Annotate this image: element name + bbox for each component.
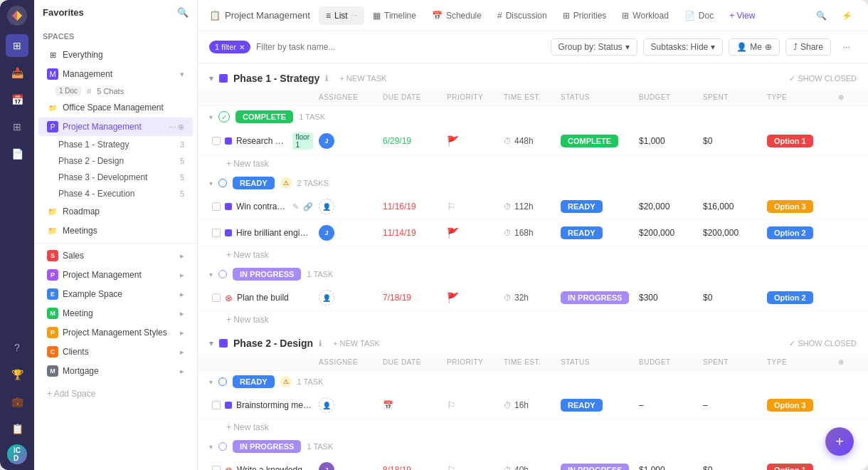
sidebar-phase1[interactable]: Phase 1 - Strategy 3: [38, 137, 193, 152]
sidebar-item-project-management[interactable]: P Project Management ··· ⊕: [38, 118, 193, 136]
row-status-badge[interactable]: IN PROGRESS: [561, 464, 629, 470]
add-task-ready-phase2[interactable]: + New task: [198, 419, 868, 436]
assignee-avatar[interactable]: J: [319, 462, 334, 470]
group-complete-toggle[interactable]: ▾: [209, 113, 213, 121]
sidebar-phase4[interactable]: Phase 4 - Execution 5: [38, 186, 193, 202]
group-ready-phase2-header[interactable]: ▾ READY ⚠ 1 TASK: [198, 371, 868, 392]
task-checkbox[interactable]: [212, 401, 221, 409]
priority-flag-icon[interactable]: 🚩: [447, 135, 459, 147]
edit-icon[interactable]: ✎: [292, 202, 299, 212]
sidebar-phase3[interactable]: Phase 3 - Development 5: [38, 169, 193, 185]
priority-flag-icon[interactable]: ⚐: [447, 464, 456, 470]
assignee-avatar[interactable]: J: [319, 133, 334, 149]
phase2-info-icon[interactable]: ℹ: [319, 339, 322, 348]
phase2-new-task-btn[interactable]: + NEW TASK: [327, 337, 386, 350]
priority-flag-icon[interactable]: 🚩: [447, 292, 459, 303]
phase1-new-task-btn[interactable]: + NEW TASK: [334, 72, 392, 85]
nav-icon-grid[interactable]: ⊞: [6, 115, 28, 138]
priority-flag-icon[interactable]: 🚩: [447, 227, 459, 239]
sidebar-item-example[interactable]: E Example Space ▸: [38, 285, 193, 303]
group-inprogress-phase2-header[interactable]: ▾ IN PROGRESS 1 TASK: [198, 436, 868, 457]
group-inprogress-header[interactable]: ▾ IN PROGRESS 1 TASK: [198, 263, 868, 285]
assignee-avatar[interactable]: J: [319, 225, 334, 241]
nav-icon-trophy[interactable]: 🏆: [6, 363, 28, 386]
group-ready-toggle[interactable]: ▾: [209, 179, 213, 187]
sidebar-search-icon[interactable]: 🔍: [177, 7, 189, 18]
sidebar-roadmap[interactable]: 📁 Roadmap: [38, 202, 193, 221]
sidebar-item-everything[interactable]: ⊞ Everything: [38, 46, 193, 64]
col-add[interactable]: ⊕: [835, 92, 857, 103]
filter-clear-icon[interactable]: ✕: [239, 43, 245, 51]
phase1-toggle[interactable]: ▾: [209, 73, 213, 83]
add-task-ready[interactable]: + New task: [198, 246, 868, 263]
group-ready-phase2-toggle[interactable]: ▾: [209, 378, 213, 386]
add-task-inprogress[interactable]: + New task: [198, 311, 868, 328]
nav-icon-inbox[interactable]: 📥: [6, 61, 28, 84]
sidebar-item-management[interactable]: M Management ▾: [38, 65, 193, 83]
share-btn[interactable]: ⤴ Share: [785, 38, 831, 56]
chats-label[interactable]: 5 Chats: [97, 87, 124, 95]
nav-icon-help[interactable]: ?: [6, 336, 28, 359]
type-badge[interactable]: Option 2: [767, 226, 813, 239]
list-more-icon[interactable]: ···: [351, 11, 357, 19]
complete-status-badge[interactable]: COMPLETE: [235, 110, 293, 123]
inprogress-phase2-status-badge[interactable]: IN PROGRESS: [233, 440, 301, 453]
sidebar-item-sales[interactable]: S Sales ▸: [38, 246, 193, 265]
priority-flag-icon[interactable]: ⚐: [447, 400, 456, 411]
task-checkbox[interactable]: [212, 202, 221, 211]
row-status-badge[interactable]: READY: [561, 226, 603, 239]
type-badge[interactable]: Option 1: [767, 464, 813, 470]
sidebar-item-office-space[interactable]: 📁 Office Space Management: [38, 98, 193, 117]
more-options-btn[interactable]: ···: [837, 37, 857, 57]
task-checkbox[interactable]: [212, 466, 221, 470]
lightning-btn[interactable]: ⚡: [837, 6, 857, 26]
tab-view-plus[interactable]: + View: [722, 6, 762, 25]
sidebar-item-pm2[interactable]: P Project Management ▸: [38, 266, 193, 284]
empty-assignee[interactable]: 👤: [319, 397, 334, 413]
ready-phase2-status-badge[interactable]: READY: [233, 375, 275, 388]
group-by-btn[interactable]: Group by: Status ▾: [551, 38, 637, 56]
type-badge[interactable]: Option 3: [767, 200, 813, 213]
empty-assignee[interactable]: 👤: [319, 199, 334, 214]
phase1-show-closed[interactable]: ✓ SHOW CLOSED: [789, 74, 857, 83]
inprogress-status-badge[interactable]: IN PROGRESS: [233, 268, 301, 281]
subtasks-btn[interactable]: Subtasks: Hide ▾: [643, 38, 724, 56]
nav-icon-clipboard[interactable]: 📋: [6, 417, 28, 440]
priority-flag-icon[interactable]: ⚐: [447, 201, 456, 212]
add-task-complete[interactable]: + New task: [198, 155, 868, 172]
group-complete-header[interactable]: ▾ ✓ COMPLETE 1 TASK: [198, 106, 868, 127]
row-status-badge[interactable]: READY: [561, 399, 603, 412]
nav-icon-briefcase[interactable]: 💼: [6, 390, 28, 413]
group-ready-header[interactable]: ▾ READY ⚠ 2 TASKS: [198, 172, 868, 194]
phase2-toggle[interactable]: ▾: [209, 338, 213, 348]
sidebar-item-pm-styles[interactable]: P Project Management Styles ▸: [38, 323, 193, 342]
group-inprogress-toggle[interactable]: ▾: [209, 271, 213, 278]
nav-icon-calendar[interactable]: 📅: [6, 88, 28, 111]
filter-input[interactable]: [256, 42, 545, 52]
row-status-badge[interactable]: IN PROGRESS: [561, 291, 629, 304]
tab-list[interactable]: ≡ List ···: [319, 6, 364, 25]
tab-timeline[interactable]: ▦ Timeline: [366, 6, 423, 25]
tab-workload[interactable]: ⊞ Workload: [615, 6, 675, 25]
tab-doc[interactable]: 📄 Doc: [677, 6, 721, 25]
sidebar-item-clients[interactable]: C Clients ▸: [38, 343, 193, 361]
me-btn[interactable]: 👤 Me ⊕: [729, 38, 780, 56]
tab-schedule[interactable]: 📅 Schedule: [425, 6, 489, 25]
search-btn[interactable]: 🔍: [811, 6, 831, 26]
type-badge[interactable]: Option 1: [767, 135, 813, 147]
row-status-badge[interactable]: READY: [561, 200, 603, 213]
phase2-show-closed[interactable]: ✓ SHOW CLOSED: [789, 339, 857, 348]
link-icon[interactable]: 🔗: [303, 202, 313, 212]
tab-discussion[interactable]: # Discussion: [490, 6, 554, 25]
sidebar-item-mortgage[interactable]: M Mortgage ▸: [38, 362, 193, 380]
nav-icon-doc[interactable]: 📄: [6, 142, 28, 165]
type-badge[interactable]: Option 3: [767, 399, 813, 412]
task-checkbox[interactable]: [212, 229, 221, 237]
app-logo[interactable]: [7, 6, 27, 26]
sidebar-meetings[interactable]: 📁 Meetings: [38, 221, 193, 240]
user-avatar[interactable]: ICD: [7, 444, 27, 464]
doc-badge[interactable]: 1 Doc: [55, 86, 81, 95]
empty-assignee[interactable]: 👤: [319, 290, 334, 306]
tab-priorities[interactable]: ⊞ Priorities: [556, 6, 614, 25]
task-checkbox[interactable]: [212, 137, 221, 145]
